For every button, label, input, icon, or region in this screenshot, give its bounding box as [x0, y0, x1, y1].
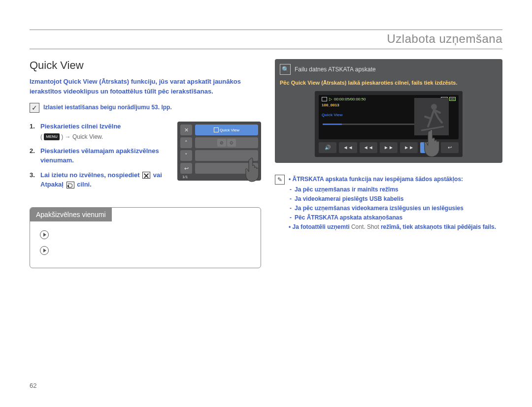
settings-menu-panel: ✕ Quick View ˄ ⊘ ⊙ ˅ [177, 122, 261, 181]
progress-bar[interactable] [323, 124, 429, 125]
step-3: Lai izietu no izvēlnes, nospiediet vai A… [30, 170, 173, 189]
magnify-icon: 🔍 [280, 64, 291, 75]
menu-pill: MENU [44, 133, 60, 140]
storage-icon [322, 97, 327, 101]
prev-button[interactable]: ◄◄ [339, 142, 357, 153]
note-box: ✎ • ĀTRSKATA apskata funkcija nav iespēj… [275, 175, 502, 232]
right-column: 🔍 Failu datnes ATSKATA apskate Pēc Quick… [275, 59, 502, 268]
list-item: Pēc ĀTRSKATA apskata atskaņošanas [289, 213, 496, 222]
time-counter: 00:00:05/00:00:50 [334, 97, 366, 101]
step-2-text: Pieskarieties vēlamajam apakšizvēlnes vi… [40, 147, 159, 164]
menu-row-2[interactable]: ⊘ ⊙ [195, 137, 258, 148]
submenu-body [30, 221, 261, 268]
menu-return-button[interactable]: ↩ [180, 163, 192, 174]
list-item: Ja pēc uzņemšanas videokamera izslēgusie… [289, 204, 496, 213]
submenu-desc-1 [54, 227, 253, 242]
note-body: • ĀTRSKATA apskata funkcija nav iespējam… [289, 175, 496, 232]
menu-close-button[interactable]: ✕ [180, 125, 192, 135]
back-icon [66, 182, 74, 188]
check-note-text: Izlasiet iestatīšanas beigu norādījumu 5… [43, 103, 172, 111]
touch-hand-icon [418, 127, 448, 159]
quickview-label: Quick View [322, 113, 343, 117]
check-icon: ✓ [30, 103, 39, 113]
step-1-text: Pieskarieties cilnei Izvēlne [40, 123, 121, 130]
device-header: 🔍 Failu datnes ATSKATA apskate [279, 63, 499, 79]
device-panel: 🔍 Failu datnes ATSKATA apskate Pēc Quick… [275, 59, 502, 163]
list-item: Ja pēc uzņemšanas ir mainīts režīms [289, 185, 496, 194]
left-column: Quick View Izmantojot Quick View (Ātrska… [30, 59, 261, 268]
note-line-2: • Ja fotoattēli uzņemti Cont. Shot režīm… [289, 222, 496, 232]
columns: Quick View Izmantojot Quick View (Ātrska… [30, 59, 502, 268]
video-player: ▷ 00:00:05/00:00:50 HD 100_0013 Quick Vi… [315, 91, 463, 157]
forward-button[interactable]: ►► [380, 142, 398, 153]
table-row [38, 243, 253, 258]
note-bullets: Ja pēc uzņemšanas ir mainīts režīms Ja v… [289, 185, 496, 223]
play-state-icon: ▷ [329, 97, 332, 101]
camera-icon [214, 127, 219, 132]
submenu-desc-2 [54, 243, 253, 258]
submenu-box: Apakšizvēlnes vienumi [30, 207, 261, 268]
device-subtitle: Pēc Quick View (Ātrskats) laikā pieskaro… [279, 79, 499, 91]
steps-list: Pieskarieties cilnei Izvēlne ( MENU ) → … [30, 122, 173, 194]
menu-down-button[interactable]: ˅ [180, 150, 192, 161]
next-button[interactable]: ►► [400, 142, 418, 153]
submenu-table [37, 226, 254, 259]
menu-pager: 1/1 [182, 175, 188, 179]
option-icon-b: ⊙ [227, 139, 236, 147]
rewind-button[interactable]: ◄◄ [360, 142, 377, 153]
volume-button[interactable]: 🔊 [319, 142, 336, 153]
list-item: Ja videokamerai pieslēgts USB kabelis [289, 194, 496, 204]
option-icon-a: ⊘ [217, 139, 226, 147]
intro-text: Izmantojot Quick View (Ātrskats) funkcij… [30, 77, 261, 96]
steps-row: Pieskarieties cilnei Izvēlne ( MENU ) → … [30, 122, 261, 194]
table-row [38, 227, 253, 242]
play-icon [40, 246, 49, 255]
step-1: Pieskarieties cilnei Izvēlne ( MENU ) → … [30, 122, 173, 141]
hd-icon: HD [449, 97, 456, 101]
step-2: Pieskarieties vēlamajam apakšizvēlnes vi… [30, 146, 173, 165]
page-title: Quick View [30, 59, 261, 72]
submenu-header: Apakšizvēlnes vienumi [30, 208, 112, 221]
touch-hand-icon [240, 156, 266, 184]
note-line-1: • ĀTRSKATA apskata funkcija nav iespējam… [289, 175, 496, 184]
play-icon [40, 230, 49, 239]
step-1-sub: ( MENU ) → Quick View. [40, 132, 173, 141]
manual-page: Uzlabota uzņemšana Quick View Izmantojot… [0, 0, 532, 407]
header-rule [30, 49, 502, 49]
device-title: Failu datnes ATSKATA apskate [295, 66, 376, 73]
close-icon [142, 172, 150, 179]
menu-item-quickview[interactable]: Quick View [195, 125, 258, 135]
file-label: 100_0013 [322, 103, 339, 107]
check-note: ✓ Izlasiet iestatīšanas beigu norādījumu… [30, 103, 261, 113]
page-number: 62 [30, 382, 36, 389]
menu-up-button[interactable]: ˄ [180, 137, 192, 148]
section-header: Uzlabota uzņemšana [30, 32, 502, 46]
top-rule [30, 30, 502, 30]
note-icon: ✎ [275, 175, 285, 185]
